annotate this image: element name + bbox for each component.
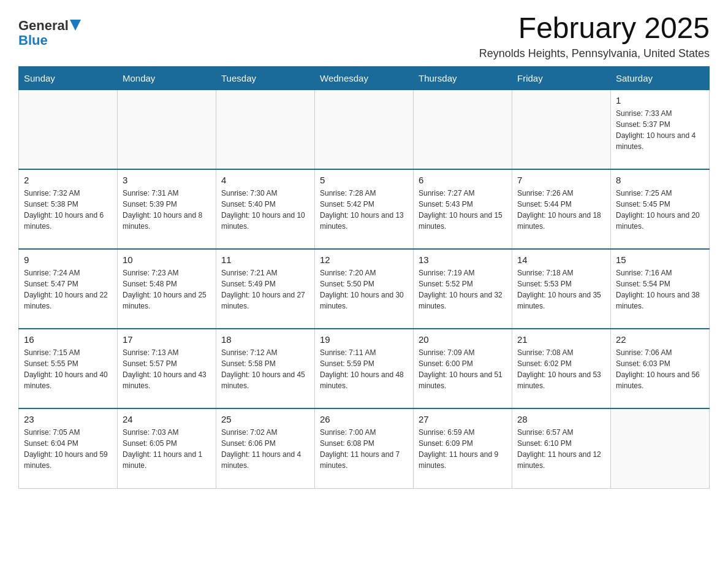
calendar-week-4: 16Sunrise: 7:15 AMSunset: 5:55 PMDayligh…	[19, 329, 710, 408]
day-number: 17	[123, 334, 211, 345]
calendar-week-1: 1Sunrise: 7:33 AMSunset: 5:37 PMDaylight…	[19, 90, 710, 169]
day-info: Sunrise: 7:18 AMSunset: 5:53 PMDaylight:…	[517, 267, 605, 312]
day-number: 16	[24, 334, 112, 345]
calendar-cell-w3-d5: 14Sunrise: 7:18 AMSunset: 5:53 PMDayligh…	[512, 249, 611, 329]
day-number: 21	[517, 334, 605, 345]
svg-marker-0	[70, 20, 81, 31]
calendar-cell-w1-d1	[118, 90, 216, 169]
day-info: Sunrise: 7:26 AMSunset: 5:44 PMDaylight:…	[517, 188, 605, 232]
calendar-cell-w1-d6: 1Sunrise: 7:33 AMSunset: 5:37 PMDaylight…	[611, 90, 710, 169]
day-info: Sunrise: 7:28 AMSunset: 5:42 PMDaylight:…	[320, 188, 408, 232]
col-friday: Friday	[512, 66, 611, 90]
logo-triangle-icon	[70, 20, 81, 31]
day-info: Sunrise: 6:59 AMSunset: 6:09 PMDaylight:…	[419, 427, 507, 471]
day-info: Sunrise: 7:00 AMSunset: 6:08 PMDaylight:…	[320, 427, 408, 471]
day-info: Sunrise: 7:23 AMSunset: 5:48 PMDaylight:…	[123, 267, 211, 312]
calendar-cell-w3-d1: 10Sunrise: 7:23 AMSunset: 5:48 PMDayligh…	[118, 249, 216, 329]
calendar-cell-w2-d3: 5Sunrise: 7:28 AMSunset: 5:42 PMDaylight…	[315, 169, 414, 249]
calendar-cell-w4-d2: 18Sunrise: 7:12 AMSunset: 5:58 PMDayligh…	[216, 329, 315, 408]
title-section: February 2025 Reynolds Heights, Pennsylv…	[479, 12, 710, 60]
calendar-cell-w2-d5: 7Sunrise: 7:26 AMSunset: 5:44 PMDaylight…	[512, 169, 611, 249]
day-number: 1	[616, 95, 704, 105]
page-header: General Blue February 2025 Reynolds Heig…	[18, 12, 710, 60]
calendar-week-2: 2Sunrise: 7:32 AMSunset: 5:38 PMDaylight…	[19, 169, 710, 249]
day-number: 28	[517, 414, 605, 424]
calendar-week-5: 23Sunrise: 7:05 AMSunset: 6:04 PMDayligh…	[19, 408, 710, 488]
day-number: 2	[24, 175, 112, 185]
day-info: Sunrise: 7:11 AMSunset: 5:59 PMDaylight:…	[320, 347, 408, 391]
logo: General Blue	[18, 18, 81, 48]
calendar-cell-w1-d2	[216, 90, 315, 169]
day-number: 9	[24, 255, 112, 265]
calendar-cell-w5-d2: 25Sunrise: 7:02 AMSunset: 6:06 PMDayligh…	[216, 408, 315, 488]
calendar-cell-w4-d5: 21Sunrise: 7:08 AMSunset: 6:02 PMDayligh…	[512, 329, 611, 408]
day-info: Sunrise: 7:08 AMSunset: 6:02 PMDaylight:…	[517, 347, 605, 391]
day-info: Sunrise: 7:19 AMSunset: 5:52 PMDaylight:…	[419, 267, 507, 312]
calendar-cell-w4-d1: 17Sunrise: 7:13 AMSunset: 5:57 PMDayligh…	[118, 329, 216, 408]
day-info: Sunrise: 7:20 AMSunset: 5:50 PMDaylight:…	[320, 267, 408, 312]
calendar-cell-w2-d6: 8Sunrise: 7:25 AMSunset: 5:45 PMDaylight…	[611, 169, 710, 249]
calendar-cell-w2-d2: 4Sunrise: 7:30 AMSunset: 5:40 PMDaylight…	[216, 169, 315, 249]
logo-text-general: General	[18, 18, 69, 33]
day-number: 25	[221, 414, 309, 424]
calendar-cell-w2-d1: 3Sunrise: 7:31 AMSunset: 5:39 PMDaylight…	[118, 169, 216, 249]
col-saturday: Saturday	[611, 66, 710, 90]
calendar-cell-w5-d6	[611, 408, 710, 488]
calendar-table: Sunday Monday Tuesday Wednesday Thursday…	[18, 66, 710, 489]
calendar-cell-w3-d3: 12Sunrise: 7:20 AMSunset: 5:50 PMDayligh…	[315, 249, 414, 329]
day-number: 11	[221, 255, 309, 265]
calendar-cell-w3-d4: 13Sunrise: 7:19 AMSunset: 5:52 PMDayligh…	[414, 249, 512, 329]
calendar-cell-w3-d6: 15Sunrise: 7:16 AMSunset: 5:54 PMDayligh…	[611, 249, 710, 329]
day-info: Sunrise: 7:33 AMSunset: 5:37 PMDaylight:…	[616, 108, 704, 152]
day-number: 6	[419, 175, 507, 185]
day-info: Sunrise: 7:09 AMSunset: 6:00 PMDaylight:…	[419, 347, 507, 391]
month-title: February 2025	[479, 12, 710, 45]
logo-text-blue: Blue	[18, 33, 48, 48]
day-info: Sunrise: 7:15 AMSunset: 5:55 PMDaylight:…	[24, 347, 112, 391]
day-info: Sunrise: 7:16 AMSunset: 5:54 PMDaylight:…	[616, 267, 704, 312]
day-number: 18	[221, 334, 309, 345]
calendar-cell-w3-d0: 9Sunrise: 7:24 AMSunset: 5:47 PMDaylight…	[19, 249, 118, 329]
calendar-week-3: 9Sunrise: 7:24 AMSunset: 5:47 PMDaylight…	[19, 249, 710, 329]
day-number: 10	[123, 255, 211, 265]
day-info: Sunrise: 6:57 AMSunset: 6:10 PMDaylight:…	[517, 427, 605, 471]
day-info: Sunrise: 7:30 AMSunset: 5:40 PMDaylight:…	[221, 188, 309, 232]
day-number: 27	[419, 414, 507, 424]
day-info: Sunrise: 7:21 AMSunset: 5:49 PMDaylight:…	[221, 267, 309, 312]
col-sunday: Sunday	[19, 66, 118, 90]
col-thursday: Thursday	[414, 66, 512, 90]
calendar-cell-w1-d4	[414, 90, 512, 169]
calendar-cell-w4-d6: 22Sunrise: 7:06 AMSunset: 6:03 PMDayligh…	[611, 329, 710, 408]
day-number: 3	[123, 175, 211, 185]
calendar-cell-w1-d3	[315, 90, 414, 169]
calendar-cell-w1-d5	[512, 90, 611, 169]
day-number: 24	[123, 414, 211, 424]
day-info: Sunrise: 7:12 AMSunset: 5:58 PMDaylight:…	[221, 347, 309, 391]
calendar-cell-w5-d0: 23Sunrise: 7:05 AMSunset: 6:04 PMDayligh…	[19, 408, 118, 488]
calendar-cell-w2-d4: 6Sunrise: 7:27 AMSunset: 5:43 PMDaylight…	[414, 169, 512, 249]
day-info: Sunrise: 7:13 AMSunset: 5:57 PMDaylight:…	[123, 347, 211, 391]
col-tuesday: Tuesday	[216, 66, 315, 90]
day-number: 15	[616, 255, 704, 265]
day-info: Sunrise: 7:25 AMSunset: 5:45 PMDaylight:…	[616, 188, 704, 232]
day-info: Sunrise: 7:27 AMSunset: 5:43 PMDaylight:…	[419, 188, 507, 232]
calendar-cell-w4-d4: 20Sunrise: 7:09 AMSunset: 6:00 PMDayligh…	[414, 329, 512, 408]
day-number: 20	[419, 334, 507, 345]
calendar-cell-w5-d3: 26Sunrise: 7:00 AMSunset: 6:08 PMDayligh…	[315, 408, 414, 488]
day-number: 7	[517, 175, 605, 185]
calendar-cell-w5-d5: 28Sunrise: 6:57 AMSunset: 6:10 PMDayligh…	[512, 408, 611, 488]
day-info: Sunrise: 7:24 AMSunset: 5:47 PMDaylight:…	[24, 267, 112, 312]
calendar-header-row: Sunday Monday Tuesday Wednesday Thursday…	[19, 66, 710, 90]
day-number: 14	[517, 255, 605, 265]
day-info: Sunrise: 7:05 AMSunset: 6:04 PMDaylight:…	[24, 427, 112, 471]
day-info: Sunrise: 7:06 AMSunset: 6:03 PMDaylight:…	[616, 347, 704, 391]
day-number: 12	[320, 255, 408, 265]
day-info: Sunrise: 7:32 AMSunset: 5:38 PMDaylight:…	[24, 188, 112, 232]
calendar-cell-w5-d1: 24Sunrise: 7:03 AMSunset: 6:05 PMDayligh…	[118, 408, 216, 488]
day-number: 8	[616, 175, 704, 185]
location-subtitle: Reynolds Heights, Pennsylvania, United S…	[479, 47, 710, 60]
col-monday: Monday	[118, 66, 216, 90]
day-info: Sunrise: 7:31 AMSunset: 5:39 PMDaylight:…	[123, 188, 211, 232]
col-wednesday: Wednesday	[315, 66, 414, 90]
calendar-cell-w1-d0	[19, 90, 118, 169]
